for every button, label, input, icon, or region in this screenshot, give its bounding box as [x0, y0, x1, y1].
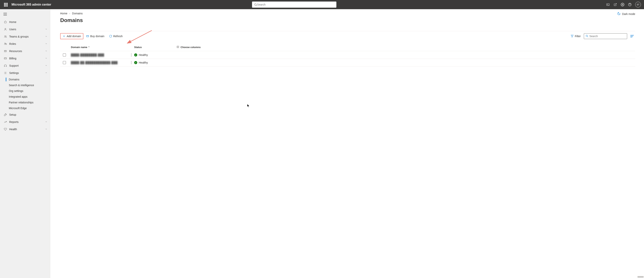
nav-settings[interactable]: Settings: [0, 69, 50, 77]
sort-asc-icon: [88, 46, 90, 49]
svg-rect-2: [606, 4, 609, 6]
breadcrumb-home[interactable]: Home: [60, 12, 67, 15]
col-domain-name[interactable]: Domain name: [71, 46, 128, 49]
domain-name-cell[interactable]: ████.██.████████████.███: [71, 61, 128, 64]
svg-point-29: [586, 35, 588, 36]
nav-label: Billing: [9, 57, 45, 60]
gear-icon: [4, 71, 7, 74]
chevron-up-icon: [45, 71, 47, 74]
nav-label: Users: [9, 28, 45, 31]
chevron-down-icon: [45, 128, 47, 131]
buy-domain-button[interactable]: Buy domain: [84, 33, 106, 39]
row-more-icon[interactable]: [128, 61, 134, 64]
svg-line-30: [588, 36, 588, 37]
nav-settings-partner[interactable]: Partner relationships: [0, 100, 50, 105]
app-launcher-icon[interactable]: [3, 2, 8, 7]
chevron-down-icon: [45, 42, 47, 45]
svg-point-42: [131, 62, 132, 63]
help-icon[interactable]: [627, 1, 633, 8]
nav-label: Support: [9, 64, 45, 67]
nav-label: Roles: [9, 42, 45, 45]
col-status[interactable]: Status: [134, 46, 176, 49]
nav-roles[interactable]: Roles: [0, 40, 50, 47]
table-row[interactable]: ████.████████.███ Healthy: [60, 51, 635, 59]
collapse-nav-button[interactable]: [0, 10, 50, 18]
home-icon: [4, 20, 7, 23]
chevron-down-icon: [45, 64, 47, 67]
svg-rect-35: [177, 46, 179, 48]
nav-settings-domains[interactable]: Domains: [0, 77, 50, 82]
roles-icon: [4, 42, 7, 45]
nav-billing[interactable]: Billing: [0, 55, 50, 62]
page-title: Domains: [60, 17, 635, 23]
nav-settings-org[interactable]: Org settings: [0, 88, 50, 94]
svg-point-22: [5, 73, 6, 73]
svg-point-10: [5, 28, 6, 29]
healthy-icon: [134, 53, 137, 56]
svg-rect-21: [6, 66, 6, 67]
external-link-icon[interactable]: [612, 1, 618, 8]
row-checkbox[interactable]: [63, 61, 66, 64]
settings-icon[interactable]: [620, 1, 626, 8]
svg-rect-20: [4, 66, 5, 67]
nav-reports[interactable]: Reports: [0, 118, 50, 126]
dark-mode-label: Dark mode: [622, 12, 635, 15]
refresh-button[interactable]: Refresh: [107, 33, 124, 39]
nav-settings-search-intel[interactable]: Search & intelligence: [0, 82, 50, 88]
nav-sublabel: Org settings: [9, 89, 23, 92]
svg-point-4: [622, 4, 623, 5]
status-cell: Healthy: [134, 61, 176, 64]
nav-sublabel: Integrated apps: [9, 95, 28, 98]
account-avatar[interactable]: ST: [635, 2, 641, 7]
filter-button[interactable]: Filter: [570, 34, 581, 38]
svg-point-40: [131, 56, 132, 56]
mouse-cursor: [247, 104, 250, 108]
setup-icon: [4, 113, 7, 116]
nav-sublabel: Microsoft Edge: [9, 107, 27, 110]
top-bar: Microsoft 365 admin center ST: [0, 0, 644, 9]
breadcrumb-current: Domains: [72, 12, 82, 15]
nav-resources[interactable]: Resources: [0, 47, 50, 55]
svg-point-38: [131, 53, 132, 54]
global-search-input[interactable]: [257, 3, 334, 6]
user-icon: [4, 28, 7, 31]
svg-point-11: [4, 36, 5, 36]
table-search-input[interactable]: [590, 35, 626, 38]
table-header: Domain name Status Choose columns: [60, 43, 635, 51]
add-domain-button[interactable]: Add domain: [60, 33, 84, 39]
svg-point-13: [4, 43, 6, 44]
nav-settings-integrated-apps[interactable]: Integrated apps: [0, 94, 50, 100]
nav-settings-edge[interactable]: Microsoft Edge: [0, 105, 50, 111]
svg-rect-14: [6, 44, 6, 45]
nav-users[interactable]: Users: [0, 26, 50, 33]
row-more-icon[interactable]: [128, 53, 134, 56]
filter-label: Filter: [575, 35, 581, 38]
nav-home[interactable]: Home: [0, 18, 50, 26]
healthy-icon: [134, 61, 137, 64]
app-title: Microsoft 365 admin center: [12, 3, 51, 6]
global-search[interactable]: [252, 1, 336, 8]
nav-label: Teams & groups: [9, 35, 45, 38]
group-icon: [4, 35, 7, 38]
nav-label: Resources: [9, 50, 45, 53]
nav-teams-groups[interactable]: Teams & groups: [0, 33, 50, 40]
nav-label: Setup: [9, 113, 47, 116]
chevron-down-icon: [45, 120, 47, 123]
dark-mode-toggle[interactable]: Dark mode: [617, 12, 635, 16]
shell-cmd-icon[interactable]: [605, 1, 611, 8]
row-checkbox[interactable]: [63, 53, 66, 56]
svg-rect-26: [86, 35, 89, 37]
breadcrumb: Home › Domains: [60, 12, 635, 15]
svg-point-0: [254, 4, 256, 5]
choose-columns-button[interactable]: Choose columns: [176, 45, 635, 49]
list-options-button[interactable]: [629, 35, 635, 37]
table-search[interactable]: [584, 33, 627, 39]
domain-name-cell[interactable]: ████.████████.███: [71, 53, 128, 56]
nav-setup[interactable]: Setup: [0, 111, 50, 118]
table-row[interactable]: ████.██.████████████.███ Healthy: [60, 59, 635, 66]
svg-point-12: [6, 36, 6, 36]
nav-health[interactable]: Health: [0, 126, 50, 133]
nav-support[interactable]: Support: [0, 62, 50, 69]
cmd-label: Add domain: [67, 35, 81, 38]
search-icon: [254, 3, 257, 6]
